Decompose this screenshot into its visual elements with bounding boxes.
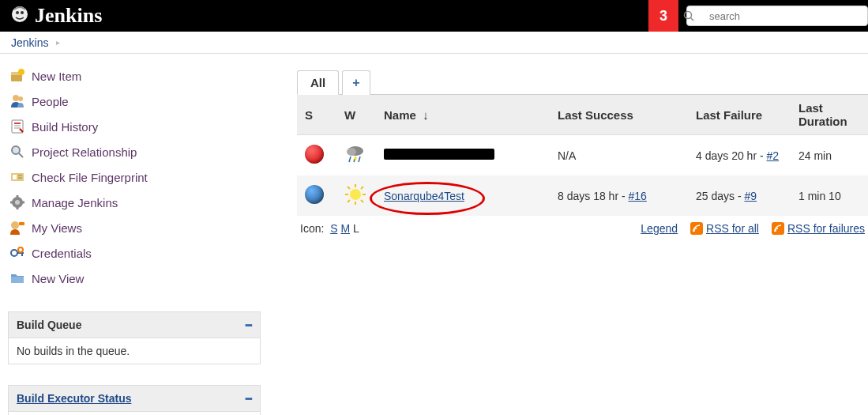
icon-size-picker: Icon: S M L — [300, 222, 359, 235]
search-input[interactable] — [686, 6, 868, 26]
sidebar-item-people[interactable]: People — [8, 89, 265, 114]
sidebar-item-new-view[interactable]: New View — [8, 266, 265, 291]
svg-point-31 — [18, 247, 23, 252]
build-queue-header[interactable]: Build Queue ━ — [8, 311, 261, 338]
svg-line-35 — [349, 157, 351, 162]
tab-add[interactable]: + — [342, 70, 370, 95]
jenkins-logo-icon — [9, 5, 30, 27]
build-link[interactable]: #2 — [767, 149, 780, 162]
build-link[interactable]: #9 — [744, 190, 757, 202]
sidebar-item-project-relationship[interactable]: Project Relationship — [8, 139, 265, 164]
svg-rect-5 — [11, 74, 22, 81]
sidebar-item-label: My Views — [32, 221, 82, 235]
svg-line-37 — [359, 157, 360, 162]
svg-point-28 — [11, 250, 17, 256]
jobs-table: S W Name ↓ Last Success Last Failure Las… — [297, 95, 868, 216]
credentials-icon — [9, 245, 25, 261]
svg-point-14 — [12, 146, 20, 154]
people-icon — [9, 93, 25, 109]
sidebar-item-label: New Item — [32, 70, 81, 83]
svg-marker-38 — [353, 155, 358, 164]
sidebar-item-credentials[interactable]: Credentials — [8, 240, 265, 266]
build-queue-body: No builds in the queue. — [8, 338, 261, 364]
col-name[interactable]: Name ↓ — [376, 95, 550, 135]
tab-all[interactable]: All — [297, 70, 339, 95]
icon-size-l: L — [353, 222, 359, 235]
last-success-cell: 8 days 18 hr - #16 — [550, 175, 688, 216]
breadcrumb-separator-icon: ▸ — [56, 38, 60, 47]
breadcrumb-item[interactable]: Jenkins — [11, 36, 48, 49]
executor-header[interactable]: Build Executor Status ━ — [8, 385, 261, 412]
svg-point-26 — [11, 221, 19, 229]
legend-link: Legend — [641, 222, 678, 235]
svg-point-9 — [18, 96, 23, 101]
col-status[interactable]: S — [297, 95, 336, 135]
sidebar-item-label: Check File Fingerprint — [32, 171, 148, 184]
sidebar-item-manage-jenkins[interactable]: Manage Jenkins — [8, 190, 265, 215]
new-item-icon — [9, 68, 25, 84]
views-icon — [9, 220, 25, 236]
duration-cell: 24 min — [791, 135, 868, 176]
col-last-failure[interactable]: Last Failure — [688, 95, 791, 135]
storm-icon — [344, 143, 366, 165]
sidebar-item-fingerprint[interactable]: Check File Fingerprint — [8, 164, 265, 190]
rss-all-link: RSS for all — [690, 222, 759, 235]
icon-size-m[interactable]: M — [340, 222, 350, 235]
sidebar-item-new-item[interactable]: New Item — [8, 63, 265, 89]
svg-point-49 — [775, 230, 776, 232]
svg-point-39 — [350, 189, 361, 200]
sidebar-item-label: Project Relationship — [32, 145, 137, 159]
gear-icon — [9, 194, 25, 210]
fingerprint-icon — [9, 169, 25, 185]
col-last-duration[interactable]: Last Duration — [791, 95, 868, 135]
collapse-icon: ━ — [246, 319, 252, 331]
job-name-link[interactable]: Sonarqube4Test — [384, 190, 464, 202]
logo[interactable]: Jenkins — [0, 4, 102, 28]
collapse-icon: ━ — [246, 393, 252, 405]
svg-line-44 — [348, 187, 350, 189]
svg-point-34 — [347, 148, 356, 156]
job-row: N/A4 days 20 hr - #224 min — [297, 135, 868, 176]
history-icon — [9, 119, 25, 134]
build-queue-section: Build Queue ━ No builds in the queue. — [8, 311, 265, 364]
executor-section: Build Executor Status ━ 1 Idle — [8, 385, 265, 415]
sun-icon — [344, 183, 366, 206]
svg-point-1 — [16, 11, 19, 14]
last-failure-cell: 4 days 20 hr - #2 — [688, 135, 791, 176]
sidebar-nav: New Item People Build History Project Re… — [8, 63, 265, 291]
executor-body: 1 Idle — [8, 412, 261, 415]
logo-text: Jenkins — [35, 4, 102, 28]
svg-line-47 — [361, 187, 363, 189]
svg-point-7 — [18, 69, 24, 75]
svg-point-21 — [15, 200, 20, 205]
icon-size-s[interactable]: S — [330, 222, 337, 235]
svg-rect-17 — [13, 175, 17, 179]
svg-line-45 — [361, 200, 363, 202]
sidebar-item-build-history[interactable]: Build History — [8, 114, 265, 139]
executor-title[interactable]: Build Executor Status — [17, 392, 131, 405]
alert-count-badge[interactable]: 3 — [648, 0, 678, 32]
breadcrumb-bar: Jenkins ▸ — [0, 32, 868, 54]
sidebar-item-label: Credentials — [32, 247, 92, 260]
svg-line-4 — [691, 18, 694, 21]
status-ball — [305, 145, 324, 164]
sidebar-item-label: People — [32, 95, 69, 108]
col-last-success[interactable]: Last Success — [550, 95, 688, 135]
svg-rect-32 — [11, 277, 24, 283]
table-footer: Icon: S M L Legend RSS for all RSS for f… — [297, 216, 868, 235]
topbar: Jenkins 3 — [0, 0, 868, 32]
search-icon — [683, 10, 694, 21]
rss-failures-link: RSS for failures — [772, 222, 865, 235]
build-link[interactable]: #16 — [629, 190, 647, 202]
sidebar-item-my-views[interactable]: My Views — [8, 215, 265, 240]
main-content: All + S W Name ↓ Last Success Last Failu… — [265, 54, 868, 235]
folder-icon — [9, 270, 25, 286]
sidebar-item-label: Manage Jenkins — [32, 196, 118, 209]
duration-cell: 1 min 10 — [791, 175, 868, 216]
svg-point-3 — [685, 12, 692, 19]
col-weather[interactable]: W — [336, 95, 376, 135]
last-failure-cell: 25 days - #9 — [688, 175, 791, 216]
svg-point-48 — [693, 230, 695, 232]
rss-icon — [772, 222, 784, 235]
job-row: Sonarqube4Test8 days 18 hr - #1625 days … — [297, 175, 868, 216]
